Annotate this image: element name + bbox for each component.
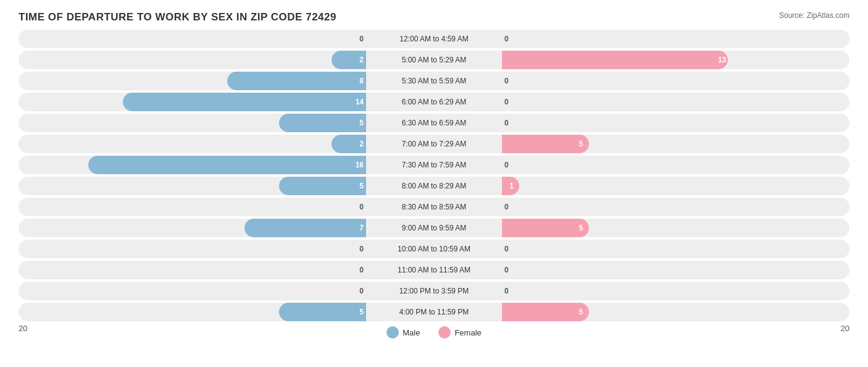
table-row: 6:30 AM to 6:59 AM50 xyxy=(19,114,849,132)
table-row: 5:30 AM to 5:59 AM80 xyxy=(19,72,849,90)
time-label: 9:00 AM to 9:59 AM xyxy=(366,224,502,232)
female-bar xyxy=(502,219,589,237)
male-value: 0 xyxy=(359,287,364,295)
male-bar xyxy=(88,156,366,174)
male-value: 14 xyxy=(356,98,364,106)
male-value: 16 xyxy=(356,161,364,169)
legend: Male Female xyxy=(386,326,482,339)
time-label: 7:00 AM to 7:29 AM xyxy=(366,140,502,148)
legend-female: Female xyxy=(438,326,481,339)
male-bar xyxy=(244,219,366,237)
male-label: Male xyxy=(403,328,420,337)
table-row: 11:00 AM to 11:59 AM00 xyxy=(19,261,849,279)
source-label: Source: ZipAtlas.com xyxy=(779,11,849,20)
male-value: 8 xyxy=(359,77,364,85)
female-bar xyxy=(502,135,589,153)
time-label: 6:00 AM to 6:29 AM xyxy=(366,98,502,106)
male-swatch xyxy=(386,326,399,339)
female-value: 0 xyxy=(504,245,509,253)
axis-left: 20 xyxy=(19,324,27,339)
male-bar xyxy=(227,72,366,90)
female-value: 5 xyxy=(579,224,583,232)
female-value: 0 xyxy=(504,35,509,43)
table-row: 10:00 AM to 10:59 AM00 xyxy=(19,240,849,258)
time-label: 12:00 PM to 3:59 PM xyxy=(366,287,502,295)
table-row: 6:00 AM to 6:29 AM140 xyxy=(19,93,849,111)
legend-male: Male xyxy=(386,326,420,339)
axis-right: 20 xyxy=(841,324,849,339)
table-row: 12:00 PM to 3:59 PM00 xyxy=(19,282,849,300)
time-label: 5:00 AM to 5:29 AM xyxy=(366,56,502,64)
table-row: 9:00 AM to 9:59 AM75 xyxy=(19,219,849,237)
time-label: 4:00 PM to 11:59 PM xyxy=(366,308,502,316)
table-row: 5:00 AM to 5:29 AM213 xyxy=(19,51,849,69)
male-value: 5 xyxy=(359,182,364,190)
female-value: 0 xyxy=(504,161,509,169)
male-bar xyxy=(279,303,366,321)
female-value: 0 xyxy=(504,119,509,127)
female-value: 1 xyxy=(509,182,514,190)
chart-body: 12:00 AM to 4:59 AM005:00 AM to 5:29 AM2… xyxy=(19,30,849,321)
table-row: 8:30 AM to 8:59 AM00 xyxy=(19,198,849,216)
time-label: 12:00 AM to 4:59 AM xyxy=(366,35,502,43)
time-label: 8:00 AM to 8:29 AM xyxy=(366,182,502,190)
female-value: 0 xyxy=(504,98,509,106)
male-value: 2 xyxy=(359,140,364,148)
chart-container: TIME OF DEPARTURE TO WORK BY SEX IN ZIP … xyxy=(0,0,868,367)
time-label: 7:30 AM to 7:59 AM xyxy=(366,161,502,169)
time-label: 8:30 AM to 8:59 AM xyxy=(366,203,502,211)
table-row: 7:00 AM to 7:29 AM25 xyxy=(19,135,849,153)
male-value: 0 xyxy=(359,35,364,43)
male-value: 0 xyxy=(359,266,364,274)
male-value: 5 xyxy=(359,308,364,316)
time-label: 5:30 AM to 5:59 AM xyxy=(366,77,502,85)
male-bar xyxy=(279,177,366,195)
male-value: 7 xyxy=(359,224,364,232)
chart-title: TIME OF DEPARTURE TO WORK BY SEX IN ZIP … xyxy=(19,11,849,23)
male-value: 0 xyxy=(359,203,364,211)
time-label: 10:00 AM to 10:59 AM xyxy=(366,245,502,253)
male-bar xyxy=(123,93,366,111)
table-row: 4:00 PM to 11:59 PM55 xyxy=(19,303,849,321)
male-bar xyxy=(279,114,366,132)
axis-row: 20 Male Female 20 xyxy=(19,324,849,339)
table-row: 12:00 AM to 4:59 AM00 xyxy=(19,30,849,48)
female-swatch xyxy=(438,326,451,339)
male-value: 2 xyxy=(359,56,364,64)
female-bar xyxy=(502,303,589,321)
table-row: 8:00 AM to 8:29 AM51 xyxy=(19,177,849,195)
female-value: 0 xyxy=(504,287,509,295)
female-value: 13 xyxy=(718,56,726,64)
table-row: 7:30 AM to 7:59 AM160 xyxy=(19,156,849,174)
female-value: 0 xyxy=(504,266,509,274)
female-value: 0 xyxy=(504,203,509,211)
female-value: 5 xyxy=(579,140,583,148)
female-label: Female xyxy=(454,328,481,337)
male-value: 0 xyxy=(359,245,364,253)
female-value: 5 xyxy=(579,308,583,316)
time-label: 11:00 AM to 11:59 AM xyxy=(366,266,502,274)
time-label: 6:30 AM to 6:59 AM xyxy=(366,119,502,127)
female-bar xyxy=(502,51,728,69)
male-value: 5 xyxy=(359,119,364,127)
female-value: 0 xyxy=(504,77,509,85)
